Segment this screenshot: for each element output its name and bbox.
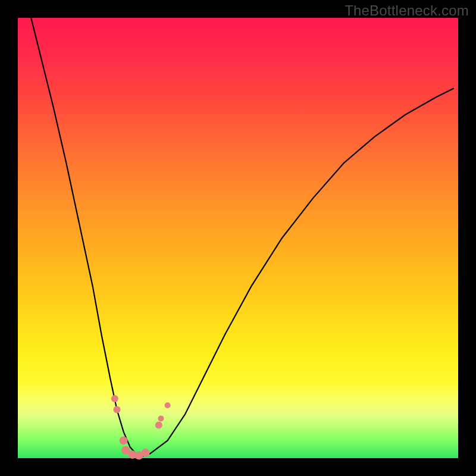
chart-frame: TheBottleneck.com	[0, 0, 476, 476]
data-point	[120, 436, 128, 444]
data-point	[165, 402, 171, 408]
marker-group	[111, 395, 171, 460]
watermark-text: TheBottleneck.com	[345, 2, 469, 19]
data-point	[158, 415, 164, 421]
data-point	[111, 395, 118, 402]
data-point	[114, 406, 121, 414]
bottleneck-curve	[31, 18, 453, 456]
chart-overlay	[18, 18, 458, 458]
data-point	[142, 449, 150, 457]
data-point	[155, 422, 162, 429]
